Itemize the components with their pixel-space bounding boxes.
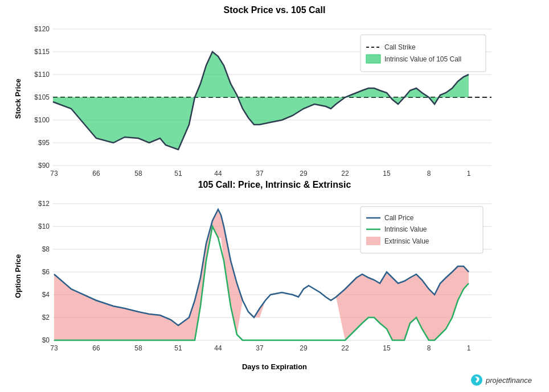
top-chart-wrapper: Stock Price vs. 105 Call Stock Price (11, 5, 538, 180)
svg-text:1: 1 (467, 170, 471, 178)
svg-text:44: 44 (214, 344, 222, 352)
svg-text:$95: $95 (38, 139, 50, 147)
svg-text:15: 15 (383, 170, 391, 178)
legend-call-price-label: Call Price (384, 214, 414, 222)
top-chart-title: Stock Price vs. 105 Call (11, 5, 538, 15)
svg-text:$115: $115 (34, 48, 50, 56)
logo-area: projectfinance (11, 373, 538, 387)
bottom-y-axis-label: Option Price (11, 192, 24, 360)
svg-text:22: 22 (341, 344, 349, 352)
svg-text:22: 22 (341, 170, 349, 178)
legend-intrinsic-label: Intrinsic Value of 105 Call (384, 55, 461, 63)
svg-text:29: 29 (300, 170, 308, 178)
svg-text:8: 8 (427, 170, 431, 178)
svg-text:73: 73 (50, 170, 58, 178)
legend-intrinsic-fill (366, 55, 380, 63)
bottom-chart-svg: $12 $10 $8 $6 $4 $2 $0 (24, 192, 514, 360)
top-y-axis-label: Stock Price (11, 18, 24, 180)
bottom-chart-wrapper: 105 Call: Price, Intrinsic & Extrinsic O… (11, 180, 538, 371)
svg-text:1: 1 (467, 344, 471, 352)
svg-text:$12: $12 (38, 200, 50, 208)
svg-text:$0: $0 (42, 336, 50, 344)
svg-text:15: 15 (383, 344, 391, 352)
bottom-chart-inner: $12 $10 $8 $6 $4 $2 $0 (24, 192, 538, 360)
top-legend-box (360, 35, 486, 72)
svg-text:58: 58 (134, 170, 142, 178)
bottom-chart-title: 105 Call: Price, Intrinsic & Extrinsic (11, 180, 538, 190)
legend-call-strike-label: Call Strike (384, 43, 416, 51)
charts-container: Stock Price vs. 105 Call Stock Price (11, 5, 538, 387)
svg-text:29: 29 (300, 344, 308, 352)
svg-text:37: 37 (256, 170, 264, 178)
projectfinance-icon (470, 373, 484, 387)
x-axis-label: Days to Expiration (11, 362, 538, 371)
svg-text:$10: $10 (38, 222, 50, 230)
top-chart-area: Stock Price $120 $11 (11, 18, 538, 180)
logo-text: projectfinance (486, 376, 532, 385)
svg-text:44: 44 (214, 170, 222, 178)
svg-text:$6: $6 (42, 268, 50, 276)
svg-text:$120: $120 (34, 25, 50, 33)
svg-text:51: 51 (174, 344, 182, 352)
svg-text:$105: $105 (34, 93, 50, 101)
svg-text:$110: $110 (34, 71, 50, 79)
svg-text:73: 73 (50, 344, 58, 352)
top-chart-inner: $120 $115 $110 $105 $100 $95 $90 (24, 18, 538, 180)
legend-intrinsic-value-label: Intrinsic Value (384, 225, 427, 233)
legend-extrinsic-fill (366, 237, 380, 245)
svg-text:$4: $4 (42, 291, 50, 299)
svg-text:$90: $90 (38, 162, 50, 170)
svg-text:$100: $100 (34, 116, 50, 124)
svg-text:37: 37 (256, 344, 264, 352)
svg-text:51: 51 (174, 170, 182, 178)
svg-text:8: 8 (427, 344, 431, 352)
svg-text:$8: $8 (42, 245, 50, 253)
top-chart-svg: $120 $115 $110 $105 $100 $95 $90 (24, 18, 514, 180)
legend-extrinsic-label: Extrinsic Value (384, 237, 429, 245)
svg-text:$2: $2 (42, 313, 50, 321)
bottom-chart-area: Option Price $12 $10 (11, 192, 538, 360)
svg-text:66: 66 (92, 170, 100, 178)
svg-text:58: 58 (134, 344, 142, 352)
svg-point-52 (471, 374, 482, 386)
svg-text:66: 66 (92, 344, 100, 352)
